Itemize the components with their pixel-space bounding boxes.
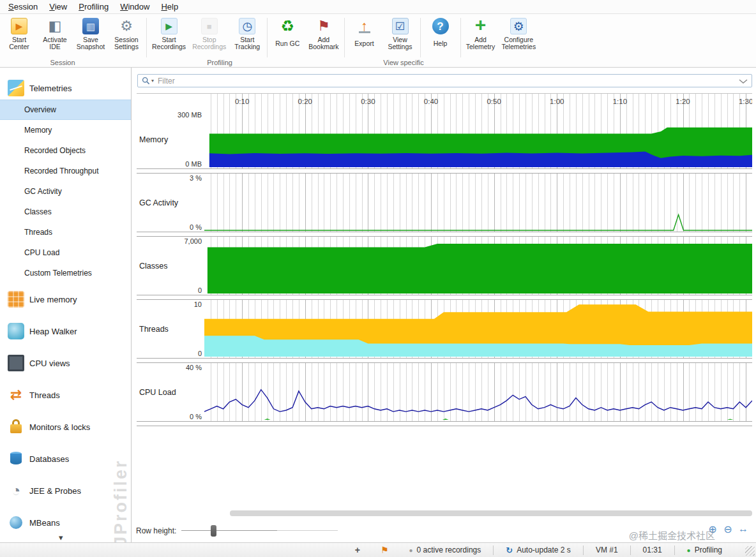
sidebar-item-recorded-throughput[interactable]: Recorded Throughput	[0, 161, 131, 181]
sidebar-item-mbeans[interactable]: MBeans	[0, 507, 131, 538]
search-dropdown-caret[interactable]: ▾	[151, 78, 154, 84]
run-gc-label: Run GC	[275, 36, 299, 51]
statusbar-auto-update[interactable]: ↻Auto-update 2 s	[497, 546, 579, 555]
stop-recordings-button: StopRecordings	[189, 17, 229, 52]
view-settings-button[interactable]: ViewSettings	[382, 17, 418, 52]
toolbar-separator	[146, 18, 147, 57]
statusbar-bookmark-flag[interactable]: ⚑	[372, 545, 401, 555]
add-bookmark-button[interactable]: AddBookmark	[305, 17, 342, 52]
filter-bar: ▾	[137, 74, 752, 87]
profiling-indicator-icon: ●	[687, 547, 691, 554]
help-label: Help	[434, 36, 448, 51]
zoom-out-button[interactable]: ⊖	[720, 522, 736, 536]
session-settings-label: SessionSettings	[114, 36, 139, 51]
save-snapshot-icon	[82, 18, 99, 34]
time-tick-label: 0:50	[487, 98, 501, 105]
add-telemetry-button[interactable]: AddTelemetry	[463, 17, 499, 52]
statusbar-separator	[630, 546, 631, 555]
activate-ide-label: ActivateIDE	[43, 36, 66, 51]
sidebar-item-gc-activity[interactable]: GC Activity	[0, 181, 131, 202]
toolbar: StartCenterActivateIDESaveSnapshotSessio…	[0, 14, 756, 68]
chart-cpu-load[interactable]	[204, 363, 752, 421]
sidebar-item-cpu-load[interactable]: CPU Load	[0, 242, 131, 263]
toolbar-group-labels: SessionProfilingView specific	[0, 59, 756, 68]
activate-ide-button[interactable]: ActivateIDE	[37, 17, 73, 52]
row-min-label: 0 %	[190, 223, 202, 231]
sidebar-item-memory[interactable]: Memory	[0, 120, 131, 140]
telemetry-row-cpu-load: 40 %CPU Load0 %	[137, 363, 752, 426]
sidebar-item-overview[interactable]: Overview	[0, 100, 131, 120]
sidebar-item-classes[interactable]: Classes	[0, 202, 131, 222]
toolbar-group-label: Session	[50, 59, 75, 66]
session-settings-icon	[118, 18, 135, 34]
sidebar: TelemetriesOverviewMemoryRecorded Object…	[0, 68, 132, 542]
toolbar-buttons: StartCenterActivateIDESaveSnapshotSessio…	[0, 14, 756, 59]
sidebar-item-threads[interactable]: Threads	[0, 222, 131, 242]
export-button[interactable]: Export	[347, 17, 382, 52]
row-separator	[137, 232, 752, 237]
time-tick-label: 0:40	[424, 98, 438, 105]
statusbar-recordings[interactable]: ●0 active recordings	[400, 546, 489, 554]
row-height-slider-handle[interactable]	[211, 525, 216, 537]
run-gc-button[interactable]: Run GC	[269, 17, 305, 52]
sidebar-item-live-memory[interactable]: Live memory	[0, 283, 131, 315]
sidebar-item-recorded-objects[interactable]: Recorded Objects	[0, 140, 131, 161]
overlay-watermark: @稀土掘金技术社区	[629, 528, 715, 542]
horizontal-scrollbar[interactable]	[230, 510, 752, 516]
sidebar-item-label: Memory	[24, 126, 52, 135]
row-separator	[137, 358, 752, 363]
time-tick-label: 0:20	[298, 98, 312, 105]
menu-profiling[interactable]: Profiling	[73, 1, 114, 13]
sidebar-item-threads-view[interactable]: Threads	[0, 379, 131, 411]
chart-threads[interactable]	[204, 300, 752, 358]
zoom-fit-button[interactable]: ↔	[736, 522, 751, 536]
telemetry-chart-panel: 0:100:200:300:400:501:001:101:201:30 300…	[137, 93, 752, 426]
chart-classes[interactable]	[204, 237, 752, 295]
row-max-label: 300 MB	[178, 111, 202, 119]
row-gutter-threads: 10Threads0	[137, 300, 204, 358]
menu-window[interactable]: Window	[114, 1, 155, 13]
session-settings-button[interactable]: SessionSettings	[109, 17, 144, 52]
menu-session[interactable]: Session	[3, 1, 43, 13]
chart-memory[interactable]	[204, 110, 752, 168]
recording-dot-icon: ●	[409, 547, 412, 554]
time-tick-label: 1:30	[739, 98, 752, 105]
start-recordings-button[interactable]: StartRecordings	[149, 17, 189, 52]
configure-telemetries-button[interactable]: ConfigureTelemetries	[499, 17, 540, 52]
statusbar-time[interactable]: 01:31	[635, 546, 670, 554]
sidebar-item-databases[interactable]: Databases	[0, 443, 131, 475]
menu-help[interactable]: Help	[155, 1, 184, 13]
statusbar-vm[interactable]: VM #1	[587, 546, 626, 554]
sidebar-item-heap-walker[interactable]: Heap Walker	[0, 315, 131, 347]
sidebar-item-label: GC Activity	[24, 187, 62, 196]
sidebar-item-label: Overview	[24, 105, 56, 114]
sidebar-item-jee-probes[interactable]: JEE & Probes	[0, 475, 131, 507]
menu-view[interactable]: View	[43, 1, 73, 13]
statusbar-vm-text: VM #1	[596, 546, 618, 554]
filter-expand-chevron[interactable]	[739, 78, 748, 84]
sidebar-item-monitors-locks[interactable]: Monitors & locks	[0, 411, 131, 443]
start-tracking-label: StartTracking	[234, 36, 260, 51]
row-height-control: Row height:	[136, 523, 277, 538]
sidebar-overflow-chevron[interactable]: ▾	[59, 533, 63, 542]
statusbar-profiling[interactable]: ●Profiling	[679, 546, 730, 554]
add-telemetry-icon	[472, 18, 489, 34]
filter-input[interactable]	[156, 76, 735, 86]
content: TelemetriesOverviewMemoryRecorded Object…	[0, 68, 756, 542]
configure-telemetries-icon	[510, 18, 527, 34]
chart-gc-activity[interactable]	[204, 174, 752, 232]
sidebar-item-label: Custom Telemetries	[24, 269, 92, 278]
row-height-slider[interactable]	[181, 524, 277, 537]
statusbar-drag-handle[interactable]: +	[347, 545, 372, 555]
row-name: CPU Load	[139, 388, 176, 397]
save-snapshot-button[interactable]: SaveSnapshot	[73, 17, 109, 52]
resize-grip	[745, 546, 755, 556]
sidebar-item-cpu-views[interactable]: CPU views	[0, 347, 131, 379]
start-tracking-button[interactable]: StartTracking	[229, 17, 265, 52]
help-button[interactable]: Help	[423, 17, 458, 52]
statusbar-profiling-text: Profiling	[695, 546, 722, 554]
sidebar-item-telemetries[interactable]: Telemetries	[0, 77, 131, 100]
sidebar-item-custom-telemetries[interactable]: Custom Telemetries	[0, 263, 131, 283]
search-icon[interactable]	[142, 77, 150, 85]
start-center-button[interactable]: StartCenter	[1, 17, 37, 52]
